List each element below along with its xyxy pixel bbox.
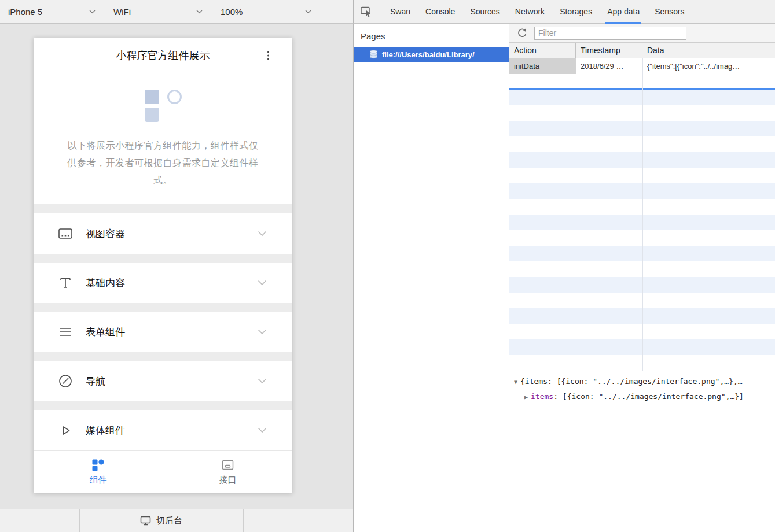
column-divider bbox=[576, 58, 576, 371]
tab-api[interactable]: 接口 bbox=[163, 451, 293, 493]
chevron-down-icon bbox=[258, 280, 267, 286]
column-header-data[interactable]: Data bbox=[642, 43, 775, 58]
tab-storages[interactable]: Storages bbox=[552, 0, 600, 24]
toolbar-divider bbox=[379, 5, 379, 19]
section-media-components[interactable]: 媒体组件 bbox=[34, 410, 292, 450]
tab-app-data[interactable]: App data bbox=[600, 0, 647, 24]
section-label: 视图容器 bbox=[86, 227, 125, 241]
tab-sources[interactable]: Sources bbox=[462, 0, 507, 24]
caret-collapsed-icon[interactable]: ▶ bbox=[524, 394, 528, 400]
miniapp-title: 小程序官方组件展示 bbox=[116, 49, 210, 62]
simulator-bottom-bar: 切后台 bbox=[0, 509, 353, 532]
data-preview-tree: ▼{items: [{icon: "../../images/interface… bbox=[509, 371, 775, 407]
monitor-icon bbox=[140, 516, 151, 526]
section-label: 媒体组件 bbox=[86, 424, 125, 437]
pages-panel-title: Pages bbox=[354, 24, 509, 47]
section-spacer bbox=[34, 204, 292, 213]
section-spacer bbox=[34, 401, 292, 410]
zoom-select[interactable]: 100% bbox=[212, 0, 321, 23]
cell-timestamp: 2018/6/29 … bbox=[576, 58, 642, 74]
divider bbox=[243, 509, 244, 532]
miniapp-header: 小程序官方组件展示 bbox=[34, 38, 292, 73]
view-container-icon bbox=[58, 226, 73, 241]
network-select-value: WiFi bbox=[113, 7, 131, 17]
media-play-icon bbox=[58, 423, 73, 438]
more-menu-icon[interactable] bbox=[265, 49, 271, 62]
components-logo-icon bbox=[145, 90, 182, 122]
app-data-panel: Action Timestamp Data initData 2018/6/29… bbox=[509, 24, 775, 532]
miniapp-tabbar: 组件 接口 bbox=[34, 450, 292, 493]
components-icon bbox=[91, 459, 105, 472]
section-spacer bbox=[34, 303, 292, 312]
section-label: 导航 bbox=[86, 375, 105, 388]
pages-panel: Pages file:///Users/baidu/Library/ bbox=[353, 24, 509, 532]
chevron-down-icon bbox=[258, 378, 267, 384]
caret-expanded-icon[interactable]: ▼ bbox=[514, 379, 517, 385]
chevron-down-icon bbox=[258, 329, 267, 335]
tab-sensors[interactable]: Sensors bbox=[647, 0, 692, 24]
tab-components-label: 组件 bbox=[90, 475, 107, 486]
tab-swan[interactable]: Swan bbox=[383, 0, 418, 24]
section-view-container[interactable]: 视图容器 bbox=[34, 213, 292, 254]
data-table-body: initData 2018/6/29 … {"items":[{"icon":"… bbox=[509, 58, 775, 371]
tab-api-label: 接口 bbox=[219, 475, 236, 486]
section-label: 基础内容 bbox=[86, 276, 125, 290]
inspect-cursor-icon bbox=[361, 6, 373, 17]
api-icon bbox=[221, 459, 234, 472]
simulator-toolbar: iPhone 5 WiFi 100% bbox=[0, 0, 353, 24]
intro-section: 以下将展示小程序官方组件能力，组件样式仅供参考，开发者可根据自身需求自定义组件样… bbox=[34, 73, 292, 204]
section-spacer bbox=[34, 352, 292, 361]
tab-network[interactable]: Network bbox=[508, 0, 552, 24]
chevron-down-icon bbox=[305, 10, 311, 14]
intro-description: 以下将展示小程序官方组件能力，组件样式仅供参考，开发者可根据自身需求自定义组件样… bbox=[67, 137, 260, 189]
device-select[interactable]: iPhone 5 bbox=[0, 0, 105, 23]
inspect-element-button[interactable] bbox=[361, 6, 373, 17]
zoom-select-value: 100% bbox=[221, 7, 243, 17]
chevron-down-icon bbox=[258, 231, 267, 237]
chevron-down-icon bbox=[258, 427, 267, 433]
refresh-icon bbox=[517, 28, 527, 38]
switch-background-button[interactable]: 切后台 bbox=[79, 509, 243, 532]
tab-console[interactable]: Console bbox=[418, 0, 462, 24]
text-icon bbox=[58, 275, 73, 290]
filter-input[interactable] bbox=[534, 27, 686, 40]
page-list-item-selected[interactable]: file:///Users/baidu/Library/ bbox=[354, 47, 509, 62]
chevron-down-icon bbox=[196, 10, 203, 14]
tab-components[interactable]: 组件 bbox=[34, 451, 163, 493]
section-basic-content[interactable]: 基础内容 bbox=[34, 263, 292, 303]
tree-root-text: {items: [{icon: "../../images/interface.… bbox=[520, 377, 743, 386]
tree-child-row[interactable]: ▶items: [{icon: "../../images/interface.… bbox=[514, 389, 770, 404]
column-header-timestamp[interactable]: Timestamp bbox=[576, 43, 642, 58]
tree-value: : [{icon: "../../images/interface.png",…… bbox=[553, 392, 744, 401]
section-navigation[interactable]: 导航 bbox=[34, 361, 292, 401]
devtools-tabbar: Swan Console Sources Network Storages Ap… bbox=[353, 0, 775, 24]
refresh-button[interactable] bbox=[517, 28, 527, 38]
simulator-screen: 小程序官方组件展示 以下将展示小程序官方组件能力，组件样式仅供参考，开发者可根据… bbox=[34, 38, 292, 493]
device-select-value: iPhone 5 bbox=[8, 7, 42, 17]
cell-data: {"items":[{"icon":"../../imag… bbox=[642, 58, 775, 74]
section-label: 表单组件 bbox=[86, 326, 125, 339]
tree-key: items bbox=[531, 392, 553, 401]
data-panel-controls bbox=[509, 24, 775, 43]
database-icon bbox=[369, 50, 378, 59]
compass-icon bbox=[58, 374, 73, 389]
tree-root-row[interactable]: ▼{items: [{icon: "../../images/interface… bbox=[514, 374, 770, 389]
form-icon bbox=[58, 324, 73, 339]
network-select[interactable]: WiFi bbox=[105, 0, 212, 23]
page-url: file:///Users/baidu/Library/ bbox=[382, 50, 475, 59]
column-divider bbox=[642, 58, 643, 371]
section-spacer bbox=[34, 254, 292, 263]
section-form-components[interactable]: 表单组件 bbox=[34, 312, 292, 352]
data-table-header: Action Timestamp Data bbox=[509, 43, 775, 58]
cell-action[interactable]: initData bbox=[509, 58, 576, 74]
chevron-down-icon bbox=[89, 10, 96, 14]
column-header-action[interactable]: Action bbox=[509, 43, 576, 58]
switch-background-label: 切后台 bbox=[156, 515, 182, 526]
